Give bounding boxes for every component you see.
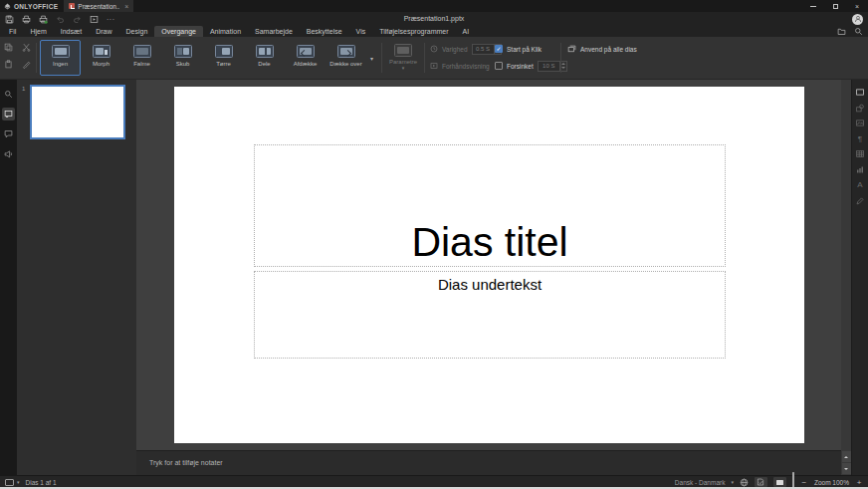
copy-button[interactable] <box>4 43 14 53</box>
shape-settings-icon <box>855 104 865 113</box>
transition-cover-icon <box>337 45 355 58</box>
preview-button[interactable]: Forhåndsvisning <box>442 63 490 70</box>
slide-thumbnail[interactable] <box>30 85 125 139</box>
previous-slide-button[interactable] <box>842 451 851 462</box>
quick-print-button[interactable] <box>39 15 48 24</box>
spellcheck-button[interactable] <box>755 477 767 487</box>
textart-settings-button[interactable]: A <box>855 180 866 189</box>
zoom-out-button[interactable]: − <box>800 478 808 487</box>
ribbon-separator <box>424 43 425 73</box>
delay-input[interactable]: 10 S <box>538 61 567 72</box>
tab-beskyttelse[interactable]: Beskyttelse <box>300 26 349 37</box>
fit-to-slide-button[interactable] <box>773 477 786 487</box>
user-avatar[interactable] <box>852 14 863 25</box>
slide-settings-button[interactable] <box>855 88 866 97</box>
zoom-level[interactable]: Zoom 100% <box>814 479 849 486</box>
slide-settings-icon <box>855 88 865 97</box>
image-settings-icon <box>855 119 865 127</box>
parameters-button[interactable]: Parametre ▾ <box>385 40 421 76</box>
transition-falme-button[interactable]: Falme <box>121 40 162 76</box>
start-slideshow-button[interactable] <box>90 15 99 24</box>
paste-button[interactable] <box>4 60 14 70</box>
undo-button[interactable] <box>56 15 65 24</box>
delay-label: Forsinket <box>507 63 534 70</box>
transition-dele-button[interactable]: Dele <box>244 40 285 76</box>
tab-ai[interactable]: AI <box>456 26 477 37</box>
transition-ingen-button[interactable]: Ingen <box>40 40 81 76</box>
tab-overgange[interactable]: Overgange <box>154 26 203 37</box>
tab-tilfojelsesprogrammer[interactable]: Tilføjelsesprogrammer <box>372 26 455 37</box>
slide-subtitle-text: Dias undertekst <box>438 272 542 293</box>
gallery-more-button[interactable]: ▾ <box>367 40 376 76</box>
delay-checkbox[interactable] <box>495 62 503 70</box>
slide-canvas[interactable]: Dias titel Dias undertekst <box>174 87 804 443</box>
clipboard-group <box>4 43 32 70</box>
save-button[interactable] <box>5 15 14 24</box>
next-slide-button[interactable] <box>842 463 851 474</box>
transition-label: Falme <box>133 61 150 67</box>
onlyoffice-logo-icon <box>4 3 11 10</box>
tab-draw[interactable]: Draw <box>89 26 118 37</box>
paragraph-settings-button[interactable]: ¶ <box>855 134 866 143</box>
tab-fil[interactable]: Fil <box>2 26 23 37</box>
tab-design[interactable]: Design <box>118 26 154 37</box>
transition-skub-button[interactable]: Skub <box>162 40 203 76</box>
signature-settings-button[interactable] <box>855 196 866 205</box>
chart-settings-button[interactable] <box>855 165 866 174</box>
transition-morph-button[interactable]: Morph <box>81 40 121 76</box>
tab-animation[interactable]: Animation <box>203 26 248 37</box>
parameters-icon <box>394 44 412 57</box>
set-language-button[interactable] <box>740 478 749 487</box>
tab-vis[interactable]: Vis <box>349 26 373 37</box>
status-bar: ▾ Dias 1 af 1 Dansk - Danmark ▾ − Zoom 1… <box>0 475 868 487</box>
feedback-button[interactable] <box>2 147 15 160</box>
find-button[interactable] <box>2 88 15 101</box>
search-button[interactable] <box>854 27 863 36</box>
chevron-down-icon[interactable]: ▾ <box>17 479 20 485</box>
transition-torre-button[interactable]: Tørre <box>203 40 244 76</box>
maximize-button[interactable] <box>824 0 846 12</box>
comments-button[interactable] <box>2 127 15 140</box>
maximize-icon <box>833 4 838 9</box>
apply-all-icon <box>567 45 576 54</box>
shape-settings-button[interactable] <box>855 104 866 113</box>
tab-indsaet[interactable]: Indsæt <box>54 26 89 37</box>
redo-button[interactable] <box>73 15 82 24</box>
slides-panel-button[interactable] <box>2 108 15 121</box>
window-close-button[interactable]: × <box>846 0 868 12</box>
start-slideshow-status-icon[interactable] <box>5 479 14 486</box>
notes-area[interactable]: Tryk for at tilføje notater <box>136 450 841 475</box>
print-button[interactable] <box>22 15 31 24</box>
subtitle-placeholder[interactable]: Dias undertekst <box>254 271 726 359</box>
scissors-icon <box>22 43 31 52</box>
document-tab-title: Præsentation... <box>78 3 119 10</box>
open-file-location-button[interactable] <box>837 27 846 36</box>
copy-style-button[interactable] <box>22 60 32 70</box>
window-tab-bar: ONLYOFFICE Præsentation... × × <box>0 0 868 12</box>
editor-area: Dias titel Dias undertekst <box>136 80 841 450</box>
quick-access-toolbar: ··· <box>5 12 115 26</box>
transition-daekke-over-button[interactable]: Dække over <box>326 40 366 76</box>
image-settings-button[interactable] <box>855 119 866 127</box>
apply-to-all-button[interactable]: Anvend på alle dias <box>567 43 637 55</box>
more-actions-button[interactable]: ··· <box>107 16 115 23</box>
cut-button[interactable] <box>22 43 32 53</box>
title-placeholder[interactable]: Dias titel <box>254 144 726 267</box>
start-on-click-checkbox[interactable]: ✓ <box>495 45 503 53</box>
minimize-button[interactable] <box>802 0 824 12</box>
table-settings-button[interactable] <box>855 149 866 158</box>
language-selector[interactable]: Dansk - Danmark <box>675 479 726 486</box>
onlyoffice-presentation-window: ONLYOFFICE Præsentation... × × ··· Præse… <box>0 0 868 489</box>
tab-hjem[interactable]: Hjem <box>23 26 53 37</box>
tab-close-icon[interactable]: × <box>124 3 128 10</box>
slide-counter: Dias 1 af 1 <box>26 479 57 486</box>
document-tab[interactable]: Præsentation... × <box>64 0 133 12</box>
transition-afdaekke-button[interactable]: Afdække <box>285 40 326 76</box>
megaphone-icon <box>4 149 13 158</box>
vertical-scrollbar[interactable] <box>841 80 851 475</box>
zoom-in-button[interactable]: + <box>855 478 863 487</box>
save-icon <box>5 15 14 24</box>
chevron-down-icon[interactable]: ▾ <box>731 479 734 485</box>
duration-label: Varighed <box>442 46 468 53</box>
tab-samarbejde[interactable]: Samarbejde <box>248 26 300 37</box>
